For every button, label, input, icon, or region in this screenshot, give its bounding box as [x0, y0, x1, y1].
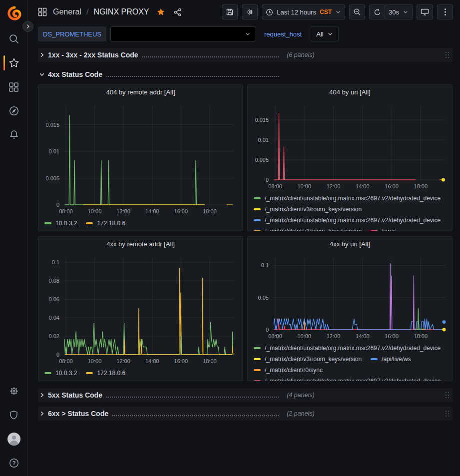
star-icon — [8, 57, 19, 68]
svg-text:12:00: 12:00 — [327, 183, 341, 189]
legend-item[interactable]: 10.0.3.2 — [44, 369, 77, 377]
cycle-view-mode-button[interactable] — [417, 4, 433, 19]
legend-label: 172.18.0.6 — [97, 370, 125, 377]
legend-item[interactable]: /_matrix/client/r0/sync — [254, 366, 323, 374]
row-drag-handle[interactable] — [445, 392, 451, 399]
legend-swatch — [86, 372, 93, 374]
legend-swatch — [371, 358, 378, 360]
svg-text:10:00: 10:00 — [297, 183, 311, 189]
row-title: 5xx Status Code — [48, 391, 102, 399]
svg-text:?: ? — [12, 460, 15, 466]
sidebar-item-settings[interactable] — [0, 379, 28, 403]
chevron-right-icon — [25, 24, 30, 29]
sidebar-expand-button[interactable] — [22, 21, 33, 32]
row-header-6xx[interactable]: 6xx > Status Code (2 panels) — [38, 407, 453, 421]
dashboard-settings-button[interactable] — [242, 4, 258, 19]
panel-404-by-uri: 404 by uri [All] 00.0050.010.01508:0010:… — [247, 84, 453, 231]
refresh-interval-picker[interactable]: 30s — [385, 4, 413, 19]
sidebar-item-profile[interactable] — [0, 427, 28, 451]
refresh-button[interactable] — [369, 4, 385, 19]
row-header-1xx-3xx-2xx[interactable]: 1xx - 3xx - 2xx Status Code (6 panels) — [38, 48, 453, 62]
svg-text:16:00: 16:00 — [385, 183, 399, 189]
help-icon: ? — [8, 458, 19, 469]
row-header-4xx[interactable]: 4xx Status Code — [38, 67, 453, 81]
legend-item[interactable]: 172.18.0.6 — [86, 369, 125, 377]
legend-item[interactable]: /_matrix/client/unstable/org.matrix.msc2… — [254, 216, 441, 224]
sidebar-item-starred[interactable] — [0, 51, 28, 75]
zoom-out-button[interactable] — [349, 4, 365, 19]
panel-title[interactable]: 4xx by uri [All] — [252, 238, 448, 251]
legend-item[interactable]: /_matrix/client/unstable/org.matrix.msc2… — [254, 194, 441, 202]
legend-item[interactable]: /_matrix/client/v3/room_keys/version — [254, 355, 362, 363]
row-title: 6xx > Status Code — [48, 410, 108, 418]
legend-swatch — [254, 208, 261, 210]
sidebar-item-help[interactable]: ? — [0, 451, 28, 475]
svg-text:14:00: 14:00 — [145, 358, 159, 364]
chart-4xx-by-remote-addr[interactable]: 00.020.040.060.080.108:0010:0012:0014:00… — [42, 251, 239, 368]
panel-row-b: 4xx by remote addr [All] 00.020.040.060.… — [38, 236, 453, 381]
svg-text:0.01: 0.01 — [258, 137, 269, 143]
row-panel-count: (2 panels) — [287, 410, 315, 417]
svg-text:18:00: 18:00 — [203, 208, 217, 214]
legend-item[interactable]: /_matrix/client/v3/room_keys/version — [254, 227, 362, 231]
svg-text:0.02: 0.02 — [49, 333, 59, 339]
tv-icon — [421, 8, 429, 16]
share-icon — [173, 8, 182, 16]
row-header-5xx[interactable]: 5xx Status Code (4 panels) — [38, 388, 453, 402]
legend-item[interactable]: /sw.js — [371, 227, 396, 231]
save-dashboard-button[interactable] — [222, 4, 238, 19]
sidebar-item-alerting[interactable] — [0, 123, 28, 147]
variable-label-ds-prometheus[interactable]: DS_PROMETHEUS — [38, 26, 106, 41]
legend-item[interactable]: 10.0.3.2 — [44, 219, 77, 227]
chevron-right-icon — [39, 392, 45, 398]
svg-text:0: 0 — [56, 352, 59, 358]
legend-item[interactable]: /_matrix/client/unstable/org.matrix.msc2… — [254, 377, 441, 381]
variable-value-request-host-dropdown[interactable]: All — [311, 26, 338, 41]
row-dotted-leader — [142, 56, 279, 57]
legend-item[interactable]: 172.18.0.6 — [86, 219, 125, 227]
variable-value-ds-prometheus-dropdown[interactable] — [110, 26, 255, 41]
legend-label: /_matrix/client/v3/room_keys/version — [265, 228, 362, 231]
kebab-menu-button[interactable] — [437, 4, 453, 19]
row-dotted-leader — [106, 397, 279, 398]
chart-404-by-uri[interactable]: 00.0050.010.01508:0010:0012:0014:0016:00… — [252, 99, 450, 193]
favorite-star-button[interactable] — [156, 7, 165, 16]
sidebar-item-search[interactable] — [0, 27, 28, 51]
row-drag-handle[interactable] — [445, 410, 451, 417]
dashboard-variables-bar: DS_PROMETHEUS request_host All — [28, 24, 460, 44]
share-button[interactable] — [173, 8, 182, 16]
chart-legend: /_matrix/client/unstable/org.matrix.msc2… — [252, 193, 448, 231]
sidebar-item-explore[interactable] — [0, 99, 28, 123]
svg-text:08:00: 08:00 — [59, 358, 73, 364]
svg-text:0.05: 0.05 — [258, 295, 269, 301]
legend-item[interactable]: /_matrix/client/unstable/org.matrix.msc2… — [254, 344, 441, 352]
chart-404-by-remote-addr[interactable]: 00.0050.010.01508:0010:0012:0014:0016:00… — [42, 99, 239, 218]
chart-legend: 10.0.3.2172.18.0.6 — [42, 368, 239, 377]
breadcrumb-dashboard-title[interactable]: NGINX PROXY — [93, 7, 149, 16]
svg-text:0.005: 0.005 — [45, 175, 59, 181]
legend-swatch — [254, 230, 261, 231]
svg-text:12:00: 12:00 — [116, 208, 130, 214]
chevron-right-icon — [39, 411, 45, 417]
row-title: 1xx - 3xx - 2xx Status Code — [48, 51, 138, 59]
panel-title[interactable]: 404 by remote addr [All] — [42, 86, 239, 99]
variable-label-request-host[interactable]: request_host — [259, 26, 307, 41]
chart-4xx-by-uri[interactable]: 00.050.108:0010:0012:0014:0016:0018:00 — [252, 251, 450, 343]
sidebar-item-server-admin[interactable] — [0, 403, 28, 427]
legend-item[interactable]: /_matrix/client/v3/room_keys/version — [254, 205, 362, 213]
svg-text:08:00: 08:00 — [268, 183, 282, 189]
svg-text:18:00: 18:00 — [203, 358, 217, 364]
panel-title[interactable]: 404 by uri [All] — [252, 86, 448, 99]
svg-text:0.04: 0.04 — [49, 315, 59, 321]
sidebar-bottom-group: ? — [0, 379, 28, 476]
legend-item[interactable]: /api/live/ws — [371, 355, 411, 363]
panel-row-a: 404 by remote addr [All] 00.0050.010.015… — [38, 84, 453, 231]
legend-label: /sw.js — [382, 228, 396, 231]
time-range-picker[interactable]: Last 12 hours CST — [262, 4, 345, 19]
legend-swatch — [44, 372, 51, 374]
panel-title[interactable]: 4xx by remote addr [All] — [42, 238, 239, 251]
row-drag-handle[interactable] — [445, 51, 451, 58]
breadcrumb-folder[interactable]: General — [53, 7, 81, 16]
sidebar-item-dashboards[interactable] — [0, 75, 28, 99]
legend-label: /api/live/ws — [382, 356, 411, 363]
